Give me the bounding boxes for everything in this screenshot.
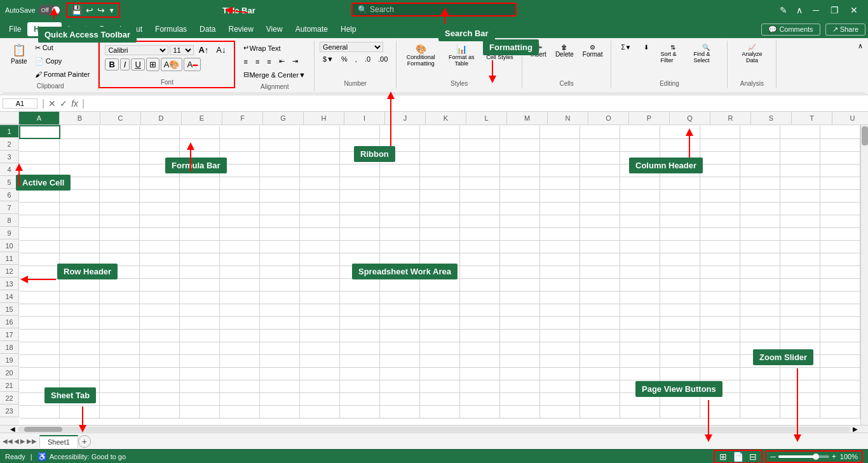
cell-18-3[interactable] [140, 342, 180, 354]
cell-23-6[interactable] [260, 405, 300, 418]
cell-20-2[interactable] [100, 367, 140, 380]
row-header-1[interactable]: 1 [0, 125, 19, 138]
cell-23-5[interactable] [220, 405, 260, 418]
cell-8-14[interactable] [580, 215, 620, 227]
row-header-9[interactable]: 9 [0, 227, 19, 239]
cell-1-1[interactable] [60, 126, 100, 138]
pen-icon[interactable]: ✎ [776, 5, 791, 15]
font-size-select[interactable]: 11 [170, 45, 194, 55]
cell-17-16[interactable] [660, 329, 700, 342]
cell-3-2[interactable] [100, 151, 140, 164]
cell-22-5[interactable] [220, 393, 260, 405]
cell-2-2[interactable] [100, 138, 140, 151]
cell-3-0[interactable] [20, 151, 60, 164]
format-painter-button[interactable]: 🖌 Format Painter [32, 69, 93, 80]
cell-21-18[interactable] [740, 380, 780, 393]
cell-7-17[interactable] [700, 202, 740, 215]
cell-11-11[interactable] [460, 253, 500, 265]
cell-10-1[interactable] [60, 240, 100, 253]
cell-23-10[interactable] [420, 405, 460, 418]
cell-22-6[interactable] [260, 393, 300, 405]
cell-17-12[interactable] [500, 329, 540, 342]
cell-5-6[interactable] [260, 177, 300, 189]
row-header-2[interactable]: 2 [0, 138, 19, 151]
cell-19-8[interactable] [340, 354, 380, 367]
cell-6-19[interactable] [780, 189, 820, 202]
col-header-D[interactable]: D [141, 112, 182, 124]
cell-21-3[interactable] [140, 380, 180, 393]
cell-6-14[interactable] [580, 189, 620, 202]
cell-5-14[interactable] [580, 177, 620, 189]
sheet-scroll-right[interactable]: ▶▶ [27, 438, 37, 445]
cell-19-17[interactable] [700, 354, 740, 367]
cell-4-13[interactable] [540, 164, 580, 177]
menu-item-formulas[interactable]: Formulas [149, 22, 193, 36]
cell-23-13[interactable] [540, 405, 580, 418]
cell-2-5[interactable] [220, 138, 260, 151]
cell-14-18[interactable] [740, 291, 780, 304]
cell-20-20[interactable] [820, 367, 860, 380]
row-header-17[interactable]: 17 [0, 328, 19, 341]
cell-15-19[interactable] [780, 304, 820, 316]
cell-2-18[interactable] [740, 138, 780, 151]
col-header-L[interactable]: L [466, 112, 507, 124]
cell-4-4[interactable] [180, 164, 220, 177]
cell-6-12[interactable] [500, 189, 540, 202]
cell-9-4[interactable] [180, 227, 220, 240]
cell-8-9[interactable] [380, 215, 420, 227]
cell-13-18[interactable] [740, 278, 780, 291]
cell-20-14[interactable] [580, 367, 620, 380]
cell-22-1[interactable] [60, 393, 100, 405]
cell-9-15[interactable] [620, 227, 660, 240]
cell-21-5[interactable] [220, 380, 260, 393]
cell-19-4[interactable] [180, 354, 220, 367]
cell-9-11[interactable] [460, 227, 500, 240]
cell-11-14[interactable] [580, 253, 620, 265]
cell-10-13[interactable] [540, 240, 580, 253]
cell-3-18[interactable] [740, 151, 780, 164]
row-header-15[interactable]: 15 [0, 303, 19, 316]
cell-21-1[interactable] [60, 380, 100, 393]
cell-10-6[interactable] [260, 240, 300, 253]
cell-18-14[interactable] [580, 342, 620, 354]
cell-6-15[interactable] [620, 189, 660, 202]
cell-14-3[interactable] [140, 291, 180, 304]
col-header-C[interactable]: C [100, 112, 141, 124]
cell-22-8[interactable] [340, 393, 380, 405]
cell-2-6[interactable] [260, 138, 300, 151]
cell-1-7[interactable] [300, 126, 340, 138]
cell-1-14[interactable] [580, 126, 620, 138]
cell-8-10[interactable] [420, 215, 460, 227]
cell-4-0[interactable] [20, 164, 60, 177]
cell-1-0[interactable] [20, 126, 60, 138]
row-header-13[interactable]: 13 [0, 278, 19, 290]
cell-11-7[interactable] [300, 253, 340, 265]
cell-17-7[interactable] [300, 329, 340, 342]
cell-14-16[interactable] [660, 291, 700, 304]
zoom-slider[interactable] [778, 455, 829, 458]
cut-button[interactable]: ✂ Cut [32, 42, 93, 54]
add-sheet-button[interactable]: + [78, 435, 91, 448]
cell-20-5[interactable] [220, 367, 260, 380]
cell-13-1[interactable] [60, 278, 100, 291]
cell-18-17[interactable] [700, 342, 740, 354]
cell-16-15[interactable] [620, 316, 660, 329]
cell-11-19[interactable] [780, 253, 820, 265]
save-icon[interactable]: 💾 [71, 5, 82, 15]
cell-14-1[interactable] [60, 291, 100, 304]
cell-9-6[interactable] [260, 227, 300, 240]
col-header-I[interactable]: I [344, 112, 385, 124]
cell-23-19[interactable] [780, 405, 820, 418]
normal-view-button[interactable]: ⊞ [717, 452, 729, 462]
cell-12-10[interactable] [420, 265, 460, 278]
cell-17-11[interactable] [460, 329, 500, 342]
cell-13-16[interactable] [660, 278, 700, 291]
cell-6-10[interactable] [420, 189, 460, 202]
cell-14-13[interactable] [540, 291, 580, 304]
cell-20-1[interactable] [60, 367, 100, 380]
cell-8-3[interactable] [140, 215, 180, 227]
copy-button[interactable]: 📄 Copy [32, 55, 93, 67]
cell-18-0[interactable] [20, 342, 60, 354]
cell-17-4[interactable] [180, 329, 220, 342]
menu-item-data[interactable]: Data [193, 22, 222, 36]
